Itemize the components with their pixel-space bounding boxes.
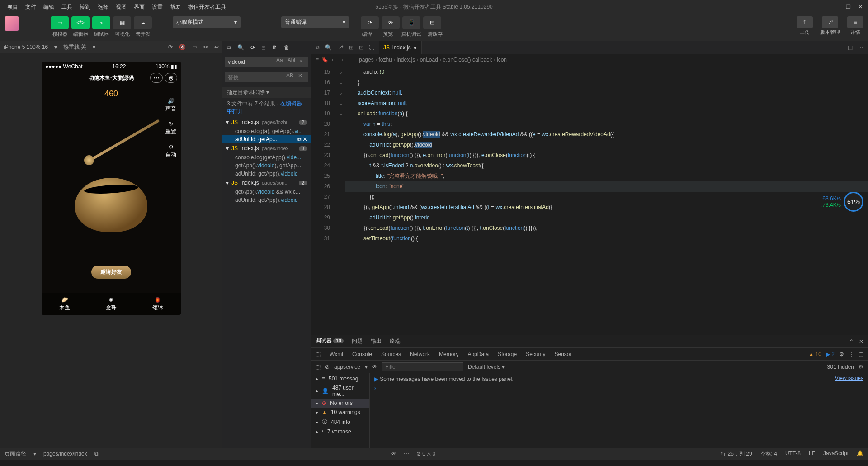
menu-设置[interactable]: 设置 bbox=[148, 4, 166, 10]
console-filter-row[interactable]: ▸⁝7 verbose bbox=[311, 427, 369, 436]
tab-颂钵[interactable]: 🏮颂钵 bbox=[134, 297, 181, 312]
menu-界面[interactable]: 界面 bbox=[130, 4, 148, 10]
search-match[interactable]: getApp().videoid), getApp... bbox=[222, 162, 311, 170]
debugger-button[interactable]: ⌁ bbox=[92, 16, 110, 29]
simulator-button[interactable]: ▭ bbox=[51, 16, 69, 29]
close-icon[interactable]: ✕ bbox=[859, 338, 863, 345]
editor-tab[interactable]: JS index.js ● bbox=[379, 41, 422, 54]
encoding[interactable]: UTF-8 bbox=[785, 450, 801, 458]
code-area[interactable]: audio: !0 }, audioContext: null, scoreAn… bbox=[345, 65, 868, 335]
search-match[interactable]: console.log(getApp().vide... bbox=[222, 153, 311, 162]
back-icon[interactable]: ← bbox=[331, 57, 336, 63]
crumb[interactable]: icon bbox=[497, 57, 507, 63]
language[interactable]: JavaScript bbox=[823, 450, 849, 458]
minimize-icon[interactable]: — bbox=[833, 4, 839, 10]
dt-tab-Console[interactable]: Console bbox=[352, 351, 372, 357]
inspect-icon[interactable]: ⬚ bbox=[316, 364, 321, 370]
plugin-icon[interactable]: ⊡ bbox=[359, 44, 363, 51]
context-select[interactable]: appservice bbox=[334, 364, 360, 370]
tab-木鱼[interactable]: 🥟木鱼 bbox=[42, 297, 88, 312]
word-icon[interactable]: Abl bbox=[288, 57, 295, 63]
search-icon[interactable]: 🔍 bbox=[237, 44, 244, 51]
menu-工具[interactable]: 工具 bbox=[58, 4, 76, 10]
mode-dropdown[interactable]: 小程序模式 bbox=[173, 16, 241, 28]
menu-微信开发者工具[interactable]: 微信开发者工具 bbox=[184, 4, 230, 10]
capsule-close-icon[interactable]: ◎ bbox=[165, 73, 177, 83]
fold-column[interactable]: ⌄⌄⌄⌄⌄ bbox=[336, 65, 345, 335]
menu-选择[interactable]: 选择 bbox=[94, 4, 112, 10]
fwd-icon[interactable]: → bbox=[339, 57, 344, 63]
maximize-icon[interactable]: ❐ bbox=[846, 4, 851, 10]
search-match[interactable]: getApp().videoid && wx.c... bbox=[222, 188, 311, 196]
regex-icon[interactable]: ⁎ bbox=[300, 57, 302, 63]
menu-帮助[interactable]: 帮助 bbox=[166, 4, 184, 10]
search-match[interactable]: console.log(a), getApp().vi... bbox=[222, 127, 311, 135]
dt-tab-Security[interactable]: Security bbox=[526, 351, 545, 357]
replace-all-icon[interactable]: ⤮ bbox=[298, 72, 302, 79]
search-match[interactable]: adUnitId: getApp().videoid bbox=[222, 170, 311, 178]
search-match[interactable]: adUnitId: getApp().videoid bbox=[222, 196, 311, 204]
bell-icon[interactable]: 🔔 bbox=[857, 450, 863, 458]
side-声音[interactable]: 🔊声音 bbox=[165, 98, 176, 113]
mute-icon[interactable]: 🔇 bbox=[179, 44, 186, 50]
trash-icon[interactable]: 🗑 bbox=[284, 44, 289, 51]
preserve-case-icon[interactable]: AB bbox=[286, 72, 293, 79]
visual-button[interactable]: ▦ bbox=[113, 16, 131, 29]
remote-debug-button[interactable]: 📱 bbox=[402, 16, 420, 29]
tab-problems[interactable]: 问题 bbox=[352, 338, 363, 345]
run-icon[interactable]: ⛶ bbox=[369, 44, 374, 51]
inspect-icon[interactable]: ⬚ bbox=[316, 351, 321, 357]
copy-icon[interactable]: ⧉ bbox=[316, 44, 320, 51]
upload-button[interactable]: ⤒上传 bbox=[797, 16, 813, 36]
view-issues-link[interactable]: View issues bbox=[835, 375, 863, 381]
console-filter-row[interactable]: ▸ⓘ484 info bbox=[311, 417, 369, 427]
tab-念珠[interactable]: ✺念珠 bbox=[88, 297, 135, 312]
console-filter-row[interactable]: ▸≡501 messag... bbox=[311, 374, 369, 383]
dt-tab-Storage[interactable]: Storage bbox=[498, 351, 517, 357]
list-icon[interactable]: ≡ bbox=[316, 57, 319, 63]
clear-cache-button[interactable]: ⊟ bbox=[423, 16, 441, 29]
refresh-icon[interactable]: ⟳ bbox=[168, 44, 173, 50]
menu-编辑[interactable]: 编辑 bbox=[40, 4, 58, 10]
cursor-pos[interactable]: 行 26，列 29 bbox=[721, 450, 752, 458]
wooden-fish[interactable] bbox=[71, 164, 152, 232]
collapse-icon[interactable]: ⊟ bbox=[261, 44, 266, 51]
search-match[interactable]: adUnitId: getAp... ⧉ ✕ bbox=[222, 135, 311, 143]
levels-select[interactable]: Default levels ▾ bbox=[468, 364, 505, 370]
detail-button[interactable]: ≡详情 bbox=[847, 16, 863, 36]
menu-转到[interactable]: 转到 bbox=[76, 4, 94, 10]
eol[interactable]: LF bbox=[809, 450, 815, 458]
dt-tab-Wxml[interactable]: Wxml bbox=[330, 351, 343, 357]
info-badge[interactable]: ▶ 2 bbox=[826, 351, 835, 357]
tab-terminal[interactable]: 终端 bbox=[390, 338, 401, 345]
copy-icon[interactable]: ⧉ bbox=[94, 451, 99, 457]
split-icon[interactable]: ◫ bbox=[848, 44, 853, 51]
cloud-button[interactable]: ☁ bbox=[134, 16, 152, 29]
cut-icon[interactable]: ✂ bbox=[203, 44, 208, 50]
console-filter-row[interactable]: ▸▲10 warnings bbox=[311, 408, 369, 417]
crumb[interactable]: pages bbox=[359, 57, 374, 63]
device-select[interactable]: iPhone 5 100% 16 bbox=[4, 44, 48, 50]
tab-output[interactable]: 输出 bbox=[371, 338, 382, 345]
preview-button[interactable]: 👁 bbox=[382, 16, 400, 29]
ext-icon[interactable]: ⊞ bbox=[349, 44, 354, 51]
search-scope[interactable]: 指定目录和排除 ▾ bbox=[222, 87, 311, 98]
back-icon[interactable]: ↩ bbox=[214, 44, 219, 50]
indent[interactable]: 空格: 4 bbox=[760, 450, 777, 458]
more-icon[interactable]: ⋮ bbox=[849, 351, 854, 357]
dt-tab-Sensor[interactable]: Sensor bbox=[555, 351, 572, 357]
chevron-up-icon[interactable]: ⌃ bbox=[849, 338, 854, 345]
avatar[interactable] bbox=[5, 16, 19, 31]
dt-tab-Network[interactable]: Network bbox=[410, 351, 430, 357]
refresh-icon[interactable]: ⟳ bbox=[250, 44, 255, 51]
gear-icon[interactable]: ⚙ bbox=[839, 351, 844, 357]
search-icon[interactable]: 🔍 bbox=[325, 44, 332, 51]
eye-icon[interactable]: 👁 bbox=[391, 451, 396, 457]
crumb[interactable]: index.js bbox=[396, 57, 415, 63]
compile-dropdown[interactable]: 普通编译 bbox=[281, 16, 349, 28]
dt-tab-AppData[interactable]: AppData bbox=[467, 351, 489, 357]
case-icon[interactable]: Aa bbox=[276, 57, 283, 63]
crumb[interactable]: e.onClose() callback bbox=[443, 57, 492, 63]
new-file-icon[interactable]: 🗎 bbox=[272, 44, 278, 51]
crumb[interactable]: fozhu bbox=[378, 57, 392, 63]
